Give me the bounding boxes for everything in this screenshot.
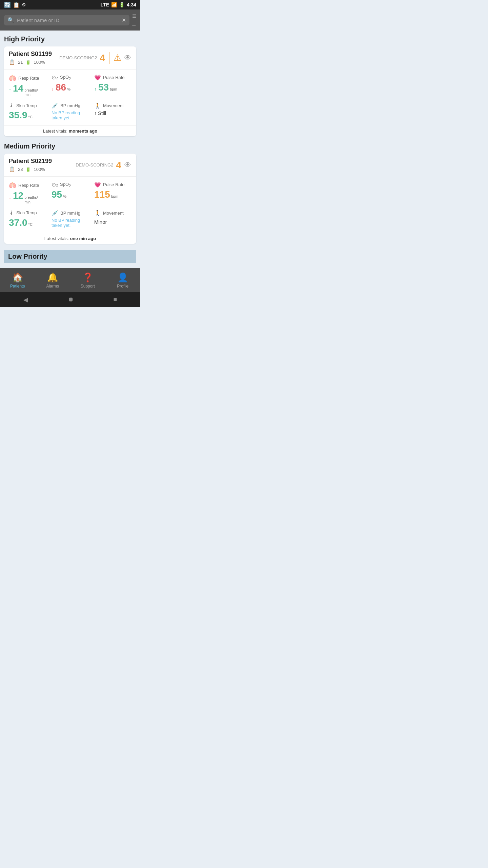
heart-icon-2: 💗 bbox=[94, 181, 101, 188]
alarms-nav-label: Alarms bbox=[46, 284, 59, 289]
spo2-value-2: 95 % bbox=[52, 189, 89, 200]
spo2-label-2: ⊙₂ SpO2 bbox=[52, 181, 89, 188]
movement-label-1: 🚶 Movement bbox=[94, 102, 131, 109]
score-divider-1 bbox=[109, 52, 109, 64]
vital-temp-2: 🌡 Skin Temp 37.0 °C bbox=[9, 210, 46, 228]
bottom-nav: 🏠 Patients 🔔 Alarms ❓ Support 👤 Profile bbox=[0, 268, 140, 292]
profile-icon: 👤 bbox=[117, 272, 128, 283]
resp-rate-value-2: ↓ 12 breaths/min bbox=[9, 190, 46, 204]
pulse-unit-1: bpm bbox=[110, 87, 117, 92]
nav-item-patients[interactable]: 🏠 Patients bbox=[0, 272, 35, 289]
bp-label-2: 💉 BP mmHg bbox=[52, 210, 89, 216]
movement-icon-1: 🚶 bbox=[94, 102, 101, 109]
nav-item-alarms[interactable]: 🔔 Alarms bbox=[35, 272, 70, 289]
app-icon-3: ⚙ bbox=[22, 2, 26, 7]
scoring-label-2: DEMO-SCORING2 bbox=[76, 162, 113, 167]
patient-score-area-1: DEMO-SCORING2 4 ⚠ 👁 bbox=[59, 52, 131, 64]
pulse-num-2: 115 bbox=[94, 189, 110, 200]
battery-pct-1: 100% bbox=[34, 60, 45, 65]
temp-num-1: 35.9 bbox=[9, 110, 27, 121]
temp-label-1: 🌡 Skin Temp bbox=[9, 102, 46, 108]
search-icon: 🔍 bbox=[7, 17, 14, 23]
back-button[interactable]: ◀ bbox=[23, 296, 28, 303]
search-input[interactable] bbox=[17, 17, 119, 23]
temp-icon-2: 🌡 bbox=[9, 210, 14, 216]
patient-card-medium-1[interactable]: Patient S02199 📋 23 🔋 100% DEMO-SCORING2… bbox=[4, 154, 136, 243]
eye-icon-2[interactable]: 👁 bbox=[124, 161, 131, 170]
movement-icon-2: 🚶 bbox=[94, 210, 101, 216]
movement-label-2: 🚶 Movement bbox=[94, 210, 131, 216]
home-button[interactable]: ⏺ bbox=[68, 296, 74, 303]
pulse-unit-2: bpm bbox=[111, 194, 118, 199]
patient-name-1: Patient S01199 bbox=[9, 51, 52, 58]
search-input-wrapper[interactable]: 🔍 ✕ bbox=[4, 15, 129, 25]
low-priority-title: Low Priority bbox=[4, 250, 136, 263]
bp-no-reading-1: No BP reading taken yet. bbox=[52, 110, 89, 120]
heart-icon-1: 💗 bbox=[94, 74, 101, 81]
patient-meta-1: 📋 21 🔋 100% bbox=[9, 59, 52, 65]
profile-nav-label: Profile bbox=[117, 284, 128, 289]
resp-unit-1: breaths/min bbox=[24, 88, 38, 97]
patient-info-2: Patient S02199 📋 23 🔋 100% bbox=[9, 158, 52, 172]
battery-icon: 🔋 bbox=[119, 2, 125, 7]
patient-header-1: Patient S01199 📋 21 🔋 100% DEMO-SCORING2… bbox=[4, 46, 136, 70]
support-nav-label: Support bbox=[81, 284, 95, 289]
patient-card-high-1[interactable]: Patient S01199 📋 21 🔋 100% DEMO-SCORING2… bbox=[4, 46, 136, 136]
vitals-time-1: moments ago bbox=[69, 129, 98, 134]
patient-meta-2: 📋 23 🔋 100% bbox=[9, 166, 52, 172]
nav-item-profile[interactable]: 👤 Profile bbox=[105, 272, 141, 289]
spo2-unit-2: % bbox=[63, 194, 66, 199]
patient-info-1: Patient S01199 📋 21 🔋 100% bbox=[9, 51, 52, 65]
score-number-2: 4 bbox=[116, 160, 121, 171]
spo2-unit-1: % bbox=[67, 87, 70, 92]
vitals-grid-1: 🫁 Resp Rate ↑ 14 breaths/min ⊙₂ SpO2 ↓ 8… bbox=[4, 70, 136, 125]
filter-icon[interactable]: ≡— bbox=[132, 12, 136, 28]
app-icon-2: 📋 bbox=[13, 2, 20, 8]
vital-pulse-2: 💗 Pulse Rate 115 bpm bbox=[94, 181, 131, 204]
vital-bp-2: 💉 BP mmHg No BP reading taken yet. bbox=[52, 210, 89, 228]
vitals-footer-2: Latest vitals: one min ago bbox=[4, 233, 136, 244]
vital-spo2-1: ⊙₂ SpO2 ↓ 86 % bbox=[52, 74, 89, 97]
patient-score-area-2: DEMO-SCORING2 4 👁 bbox=[76, 160, 131, 171]
recent-button[interactable]: ■ bbox=[114, 296, 117, 303]
time-label: 4:34 bbox=[127, 2, 136, 7]
vital-spo2-2: ⊙₂ SpO2 95 % bbox=[52, 181, 89, 204]
spo2-icon-2: ⊙₂ bbox=[52, 181, 58, 188]
signal-icon: 📶 bbox=[111, 2, 117, 7]
spo2-value-1: ↓ 86 % bbox=[52, 82, 89, 93]
resp-num-1: 14 bbox=[13, 83, 23, 94]
session-icon-2: 📋 bbox=[9, 166, 15, 172]
movement-value-1: ↑ Still bbox=[94, 110, 131, 116]
pulse-value-2: 115 bpm bbox=[94, 189, 131, 200]
temp-value-2: 37.0 °C bbox=[9, 217, 46, 228]
temp-value-1: 35.9 °C bbox=[9, 110, 46, 121]
eye-icon-1[interactable]: 👁 bbox=[124, 54, 131, 62]
app-icon-1: 🔄 bbox=[4, 2, 11, 8]
movement-value-2: Minor bbox=[94, 219, 131, 225]
bp-no-reading-2: No BP reading taken yet. bbox=[52, 218, 89, 228]
spo2-label-1: ⊙₂ SpO2 bbox=[52, 74, 89, 81]
vital-bp-1: 💉 BP mmHg No BP reading taken yet. bbox=[52, 102, 89, 121]
medium-priority-title: Medium Priority bbox=[4, 142, 136, 150]
pulse-trend-1: ↑ bbox=[94, 86, 97, 92]
bp-icon-2: 💉 bbox=[52, 210, 58, 216]
movement-text-1: Still bbox=[98, 110, 106, 116]
high-priority-title: High Priority bbox=[4, 35, 136, 43]
spo2-icon-1: ⊙₂ bbox=[52, 74, 58, 81]
patients-nav-label: Patients bbox=[10, 284, 25, 289]
clear-search-button[interactable]: ✕ bbox=[122, 17, 126, 23]
resp-rate-value-1: ↑ 14 breaths/min bbox=[9, 83, 46, 97]
score-number-1: 4 bbox=[100, 53, 105, 63]
nav-item-support[interactable]: ❓ Support bbox=[70, 272, 105, 289]
vital-temp-1: 🌡 Skin Temp 35.9 °C bbox=[9, 102, 46, 121]
battery-icon-1: 🔋 bbox=[25, 60, 31, 65]
session-num-2: 23 bbox=[18, 167, 23, 172]
status-right-area: LTE 📶 🔋 4:34 bbox=[101, 2, 136, 7]
resp-trend-2: ↓ bbox=[9, 194, 11, 200]
network-label: LTE bbox=[101, 2, 109, 7]
vital-movement-1: 🚶 Movement ↑ Still bbox=[94, 102, 131, 121]
pulse-label-2: 💗 Pulse Rate bbox=[94, 181, 131, 188]
vitals-footer-1: Latest vitals: moments ago bbox=[4, 125, 136, 136]
alarms-icon: 🔔 bbox=[47, 272, 58, 283]
vital-resp-rate-1: 🫁 Resp Rate ↑ 14 breaths/min bbox=[9, 74, 46, 97]
